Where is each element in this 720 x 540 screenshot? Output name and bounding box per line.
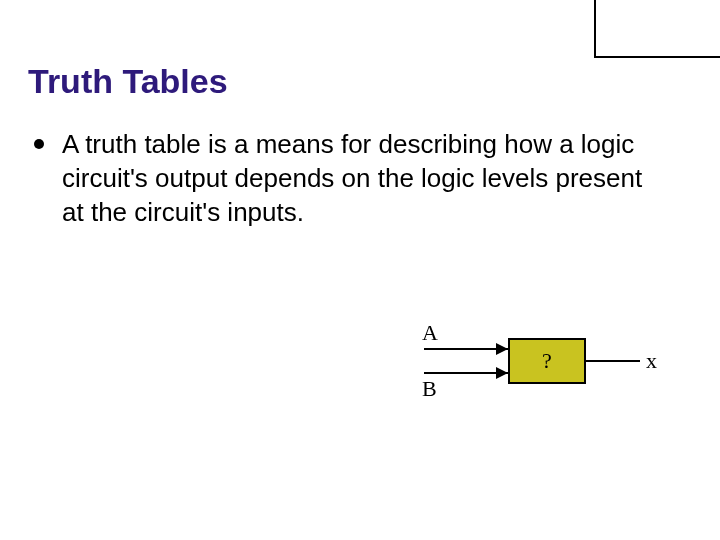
slide-accent-vertical (594, 0, 596, 56)
arrow-a-icon (496, 343, 508, 355)
gate-box: ? (508, 338, 586, 384)
logic-gate-diagram: A B ? x (410, 320, 680, 410)
bullet-icon (34, 139, 44, 149)
gate-label: ? (542, 348, 552, 374)
bullet-item: A truth table is a means for describing … (34, 128, 654, 229)
body-text: A truth table is a means for describing … (62, 128, 654, 229)
slide-title: Truth Tables (28, 62, 228, 101)
wire-output (586, 360, 640, 362)
slide-accent-horizontal (594, 56, 720, 58)
input-label-a: A (422, 320, 438, 346)
input-label-b: B (422, 376, 437, 402)
arrow-b-icon (496, 367, 508, 379)
output-label: x (646, 348, 657, 374)
